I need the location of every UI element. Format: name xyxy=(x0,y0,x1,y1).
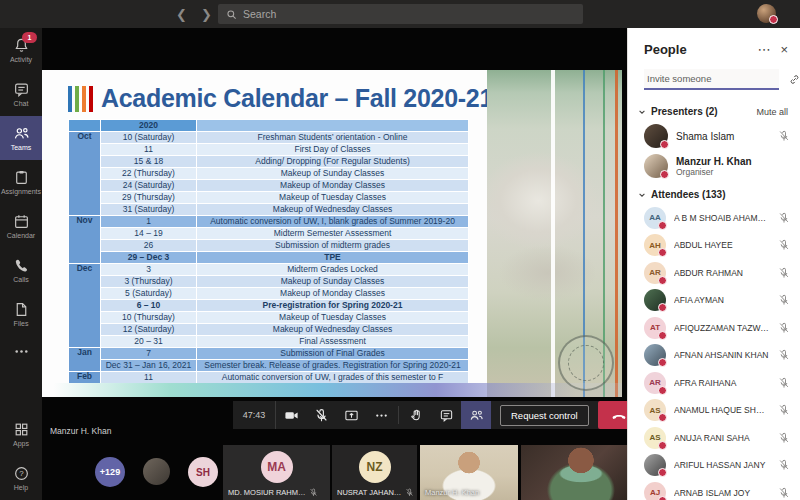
mute-all-button[interactable]: Mute all xyxy=(756,107,788,117)
calendar-row: 29 – Dec 3TPE xyxy=(69,252,469,264)
attendee-row[interactable]: ASANAMUL HAQUE SHADIN xyxy=(628,397,800,425)
event-cell: Makeup of Wednesday Classes xyxy=(197,204,469,216)
teams-app-window: ❮ ❯ Search 1 Activity Chat Teams Assignm… xyxy=(0,0,800,500)
mic-muted-icon xyxy=(778,267,790,279)
date-cell: 15 & 18 xyxy=(101,156,197,168)
filmstrip: +129SHMAMD. MOSIUR RAHM…NZNUSRAT JAHAN Z… xyxy=(42,445,628,500)
panel-more-icon[interactable]: ⋯ xyxy=(757,43,770,56)
copy-link-icon[interactable] xyxy=(788,73,800,86)
event-cell: Makeup of Wednesday Classes xyxy=(197,324,469,336)
sidebar-item-files[interactable]: Files xyxy=(0,292,42,336)
participants-button[interactable] xyxy=(461,401,491,429)
chevron-down-icon[interactable] xyxy=(638,191,646,199)
attendees-header: Attendees (133) xyxy=(651,189,788,200)
mic-muted-icon xyxy=(778,432,790,444)
attendee-row[interactable]: ATAFIQUZZAMAN TAZWAR xyxy=(628,314,800,342)
participant-tile[interactable]: NZNUSRAT JAHAN ZERIN xyxy=(332,445,417,500)
attendee-row[interactable]: AFIA AYMAN xyxy=(628,287,800,315)
sidebar-label: Assignments xyxy=(1,188,41,195)
chevron-down-icon[interactable] xyxy=(638,108,646,116)
attendee-row[interactable]: AHABDUL HAYEE xyxy=(628,232,800,260)
presenter-info: Manzur H. KhanOrganiser xyxy=(676,156,790,177)
initials-avatar: MA xyxy=(261,451,293,483)
calendar-row: 24 (Saturday)Makeup of Monday Classes xyxy=(69,180,469,192)
sidebar-label: Calendar xyxy=(7,232,35,239)
calendar-row: Jan7Submission of Final Grades xyxy=(69,348,469,360)
event-cell: Makeup of Tuesday Classes xyxy=(197,192,469,204)
calendar-table-body: Oct10 (Saturday)Freshman Students’ orien… xyxy=(69,132,469,384)
phone-icon xyxy=(13,257,30,274)
attendee-row[interactable]: ASANUJA RANI SAHA xyxy=(628,424,800,452)
event-cell: Makeup of Monday Classes xyxy=(197,288,469,300)
date-cell: 1 xyxy=(101,216,197,228)
event-cell: Midterm Grades Locked xyxy=(197,264,469,276)
initials-avatar: AS xyxy=(644,427,666,449)
sidebar-item-activity[interactable]: 1 Activity xyxy=(0,28,42,72)
raise-hand-button[interactable] xyxy=(401,401,431,429)
back-icon[interactable]: ❮ xyxy=(176,7,187,22)
presenter-row[interactable]: Manzur H. KhanOrganiser xyxy=(628,151,800,181)
request-control-button[interactable]: Request control xyxy=(500,405,589,426)
invite-someone-input[interactable] xyxy=(644,69,779,90)
event-cell: Midterm Semester Assessment xyxy=(197,228,469,240)
date-cell: 14 – 19 xyxy=(101,228,197,240)
participant-avatar[interactable] xyxy=(143,458,170,485)
attendee-name: AFNAN AHSANIN KHAN xyxy=(674,350,770,360)
participant-avatar[interactable]: SH xyxy=(188,457,218,487)
sidebar-item-help[interactable]: ? Help xyxy=(0,456,42,500)
presence-busy-dot xyxy=(658,303,667,312)
sidebar-item-more[interactable] xyxy=(0,336,42,366)
presence-busy-dot xyxy=(658,221,667,230)
presence-busy-dot xyxy=(658,496,667,500)
sidebar-item-assignments[interactable]: Assignments xyxy=(0,160,42,204)
sidebar-item-teams[interactable]: Teams xyxy=(0,116,42,160)
participant-name: NUSRAT JAHAN ZERIN xyxy=(337,488,402,497)
mic-muted-icon xyxy=(778,349,790,361)
panel-close-icon[interactable]: × xyxy=(780,43,788,56)
calendar-row: Feb11Automatic conversion of UW, I grade… xyxy=(69,372,469,384)
date-cell: 10 (Thursday) xyxy=(101,312,197,324)
sidebar-item-calls[interactable]: Calls xyxy=(0,248,42,292)
attendee-row[interactable]: ARIFUL HASSAN JANY xyxy=(628,452,800,480)
attendee-row[interactable]: AFNAN AHSANIN KHAN xyxy=(628,342,800,370)
calendar-icon xyxy=(13,213,30,230)
month-cell: Oct xyxy=(69,132,101,216)
user-avatar[interactable] xyxy=(757,4,776,23)
camera-button[interactable] xyxy=(276,401,306,429)
chat-button[interactable] xyxy=(431,401,461,429)
apps-grid-icon xyxy=(13,421,30,438)
mic-mute-button[interactable] xyxy=(306,401,336,429)
sidebar-item-chat[interactable]: Chat xyxy=(0,72,42,116)
academic-calendar-table: 2020 Oct10 (Saturday)Freshman Students’ … xyxy=(68,119,469,384)
search-input[interactable]: Search xyxy=(218,4,583,24)
mic-muted-icon xyxy=(778,294,790,306)
hang-up-button[interactable] xyxy=(598,401,628,429)
calendar-row: Oct10 (Saturday)Freshman Students’ orien… xyxy=(69,132,469,144)
attendee-row[interactable]: ARABDUR RAHMAN xyxy=(628,259,800,287)
presenter-row[interactable]: Shama Islam xyxy=(628,121,800,151)
calendar-row: 12 (Saturday)Makeup of Wednesday Classes xyxy=(69,324,469,336)
svg-text:?: ? xyxy=(19,469,24,478)
more-actions-button[interactable] xyxy=(366,401,396,429)
initials-avatar: AT xyxy=(644,317,666,339)
sidebar-item-apps[interactable]: Apps xyxy=(0,412,42,456)
attendee-row[interactable]: AJARNAB ISLAM JOY xyxy=(628,479,800,500)
event-cell: Automatic conversion of UW, I grades of … xyxy=(197,372,469,384)
event-cell: Automatic conversion of UW, I, blank gra… xyxy=(197,216,469,228)
overflow-count[interactable]: +129 xyxy=(95,457,125,487)
attendee-name: ARNAB ISLAM JOY xyxy=(674,488,770,498)
presence-busy-dot xyxy=(658,413,667,422)
attendee-name: ABDUR RAHMAN xyxy=(674,268,770,278)
presence-busy-dot xyxy=(658,331,667,340)
share-screen-button[interactable] xyxy=(336,401,366,429)
attendee-list: AAA B M SHOAIB AHAMMADAHABDUL HAYEEARABD… xyxy=(628,204,800,500)
mic-muted-icon xyxy=(778,459,790,471)
attendee-row[interactable]: AAA B M SHOAIB AHAMMAD xyxy=(628,204,800,232)
video-tile[interactable]: Manzur H. Khan xyxy=(420,445,518,500)
participant-tile[interactable]: MAMD. MOSIUR RAHM… xyxy=(223,445,330,500)
forward-icon[interactable]: ❯ xyxy=(201,7,212,22)
video-tile[interactable] xyxy=(521,445,628,500)
mic-muted-icon xyxy=(778,322,790,334)
attendee-row[interactable]: ARAFRA RAIHANA xyxy=(628,369,800,397)
sidebar-item-calendar[interactable]: Calendar xyxy=(0,204,42,248)
